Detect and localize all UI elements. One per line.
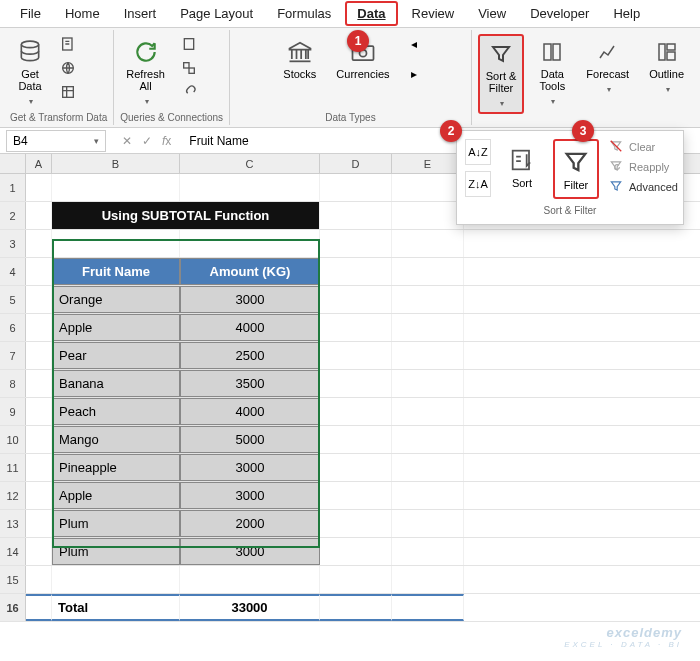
cell[interactable] (52, 230, 180, 257)
sort-dialog-button[interactable]: Sort (501, 139, 543, 195)
row-header[interactable]: 3 (0, 230, 26, 257)
menu-insert[interactable]: Insert (114, 3, 167, 24)
cell[interactable] (26, 594, 52, 621)
cell[interactable] (180, 174, 320, 201)
cell[interactable] (320, 482, 392, 509)
cell[interactable] (320, 594, 392, 621)
cell[interactable] (26, 482, 52, 509)
table-cell-fruit[interactable]: Apple (52, 482, 180, 509)
row-header[interactable]: 5 (0, 286, 26, 313)
col-header-a[interactable]: A (26, 154, 52, 173)
cell[interactable] (392, 370, 464, 397)
outline-button[interactable]: Outline (643, 34, 690, 98)
table-cell-amount[interactable]: 3500 (180, 370, 320, 397)
table-cell-amount[interactable]: 5000 (180, 426, 320, 453)
from-web-icon[interactable] (58, 58, 78, 78)
menu-file[interactable]: File (10, 3, 51, 24)
sort-asc-button[interactable]: A↓Z (465, 139, 491, 165)
table-cell-fruit[interactable]: Pineapple (52, 454, 180, 481)
row-header[interactable]: 4 (0, 258, 26, 285)
table-cell-amount[interactable]: 3000 (180, 454, 320, 481)
advanced-button[interactable]: Advanced (609, 179, 678, 195)
table-header-amount[interactable]: Amount (KG) (180, 258, 320, 285)
cell[interactable] (26, 286, 52, 313)
cell[interactable] (320, 510, 392, 537)
table-cell-fruit[interactable]: Orange (52, 286, 180, 313)
row-header[interactable]: 8 (0, 370, 26, 397)
edit-links-icon[interactable] (179, 82, 199, 102)
total-label[interactable]: Total (52, 594, 180, 621)
table-header-fruit[interactable]: Fruit Name (52, 258, 180, 285)
refresh-all-button[interactable]: Refresh All (120, 34, 171, 110)
table-cell-fruit[interactable]: Pear (52, 342, 180, 369)
cell[interactable] (26, 370, 52, 397)
table-cell-amount[interactable]: 2000 (180, 510, 320, 537)
menu-formulas[interactable]: Formulas (267, 3, 341, 24)
cell[interactable] (392, 230, 464, 257)
cell[interactable] (392, 174, 464, 201)
confirm-icon[interactable]: ✓ (142, 134, 152, 148)
properties-icon[interactable] (179, 58, 199, 78)
cell[interactable] (320, 286, 392, 313)
row-header[interactable]: 1 (0, 174, 26, 201)
cell[interactable] (392, 258, 464, 285)
table-cell-fruit[interactable]: Plum (52, 510, 180, 537)
menu-developer[interactable]: Developer (520, 3, 599, 24)
cell[interactable] (320, 398, 392, 425)
cell[interactable] (26, 454, 52, 481)
cell[interactable] (26, 426, 52, 453)
cancel-icon[interactable]: ✕ (122, 134, 132, 148)
menu-home[interactable]: Home (55, 3, 110, 24)
cell[interactable] (320, 426, 392, 453)
cell[interactable] (52, 566, 180, 593)
table-cell-amount[interactable]: 4000 (180, 314, 320, 341)
cell[interactable] (26, 230, 52, 257)
menu-review[interactable]: Review (402, 3, 465, 24)
cell[interactable] (26, 202, 52, 229)
table-cell-fruit[interactable]: Banana (52, 370, 180, 397)
table-cell-fruit[interactable]: Mango (52, 426, 180, 453)
from-table-icon[interactable] (58, 82, 78, 102)
datatype-prev-icon[interactable]: ◂ (404, 34, 424, 54)
table-cell-amount[interactable]: 3000 (180, 538, 320, 565)
cell[interactable] (180, 230, 320, 257)
cell[interactable] (26, 538, 52, 565)
menu-view[interactable]: View (468, 3, 516, 24)
table-cell-amount[interactable]: 3000 (180, 482, 320, 509)
cell[interactable] (392, 398, 464, 425)
cell[interactable] (320, 258, 392, 285)
datatype-next-icon[interactable]: ▸ (404, 64, 424, 84)
cell[interactable] (320, 230, 392, 257)
select-all-corner[interactable] (0, 154, 26, 173)
row-header[interactable]: 6 (0, 314, 26, 341)
cell[interactable] (26, 258, 52, 285)
cell[interactable] (320, 566, 392, 593)
cell[interactable] (392, 594, 464, 621)
cell[interactable] (392, 342, 464, 369)
cell[interactable] (180, 566, 320, 593)
cell[interactable] (320, 454, 392, 481)
table-cell-amount[interactable]: 3000 (180, 286, 320, 313)
cell[interactable] (320, 202, 392, 229)
queries-icon[interactable] (179, 34, 199, 54)
col-header-e[interactable]: E (392, 154, 464, 173)
get-data-button[interactable]: Get Data (10, 34, 50, 110)
cell[interactable] (392, 286, 464, 313)
forecast-button[interactable]: Forecast (580, 34, 635, 98)
col-header-d[interactable]: D (320, 154, 392, 173)
row-header[interactable]: 13 (0, 510, 26, 537)
col-header-b[interactable]: B (52, 154, 180, 173)
cell[interactable] (26, 314, 52, 341)
fx-icon[interactable]: fx (162, 134, 171, 148)
menu-page-layout[interactable]: Page Layout (170, 3, 263, 24)
cell[interactable] (392, 566, 464, 593)
table-cell-fruit[interactable]: Apple (52, 314, 180, 341)
row-header[interactable]: 11 (0, 454, 26, 481)
cell[interactable] (392, 482, 464, 509)
row-header[interactable]: 16 (0, 594, 26, 621)
cell[interactable] (26, 566, 52, 593)
menu-data[interactable]: Data (345, 1, 397, 26)
sort-desc-button[interactable]: Z↓A (465, 171, 491, 197)
cell[interactable] (392, 202, 464, 229)
cell[interactable] (392, 314, 464, 341)
